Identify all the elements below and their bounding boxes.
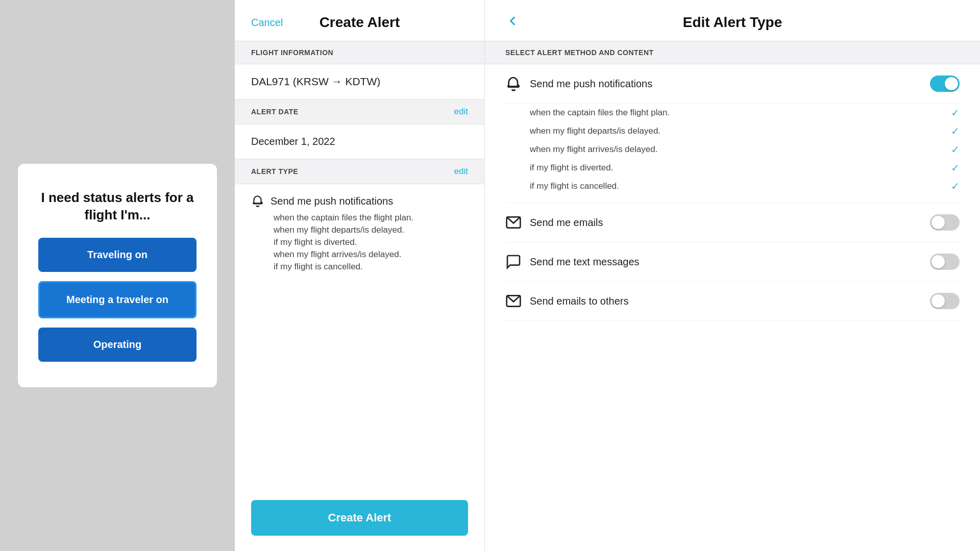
- email-toggle[interactable]: [930, 214, 960, 231]
- text-method-row: Send me text messages: [505, 242, 960, 282]
- right-panel: Edit Alert Type SELECT ALERT METHOD AND …: [485, 0, 980, 551]
- push-sub-list: when the captain files the flight plan. …: [505, 104, 960, 203]
- alert-date-text: December 1, 2022: [251, 136, 335, 147]
- push-notification-row: Send me push notifications: [251, 194, 468, 208]
- cancel-button[interactable]: Cancel: [251, 17, 283, 29]
- alert-type-edit-button[interactable]: edit: [454, 166, 468, 177]
- push-sub-text-0: when the captain files the flight plan.: [530, 108, 670, 118]
- modal-title: I need status alerts for a flight I'm...: [38, 189, 197, 224]
- meeting-traveler-button[interactable]: Meeting a traveler on: [38, 281, 197, 318]
- select-alert-method-header: SELECT ALERT METHOD AND CONTENT: [485, 41, 980, 64]
- email-others-toggle-knob: [932, 294, 945, 308]
- email-method-row: Send me emails: [505, 203, 960, 242]
- push-sub-row-1: when my flight departs/is delayed. ✓: [530, 122, 960, 140]
- alert-date-edit-button[interactable]: edit: [454, 107, 468, 117]
- right-header: Edit Alert Type: [485, 0, 980, 41]
- text-toggle-knob: [932, 255, 945, 268]
- alert-date-body: December 1, 2022: [251, 124, 468, 159]
- alert-type-header: ALERT TYPE edit: [235, 159, 484, 184]
- email-others-method-row: Send emails to others: [505, 282, 960, 321]
- email-others-icon: [505, 293, 522, 309]
- create-alert-button[interactable]: Create Alert: [251, 500, 468, 536]
- sub-item-3: when my flight arrives/is delayed.: [274, 249, 468, 260]
- right-panel-title: Edit Alert Type: [683, 14, 782, 31]
- sub-item-0: when the captain files the flight plan.: [274, 213, 468, 223]
- message-icon: [505, 254, 522, 270]
- middle-panel-title: Create Alert: [320, 14, 400, 31]
- push-sub-row-0: when the captain files the flight plan. …: [530, 104, 960, 122]
- push-sub-text-4: if my flight is cancelled.: [530, 181, 619, 191]
- email-toggle-knob: [932, 216, 945, 229]
- flight-info-body: DAL971 (KRSW → KDTW): [251, 64, 468, 99]
- alert-date-label: ALERT DATE: [251, 108, 299, 116]
- alert-date-header: ALERT DATE edit: [235, 99, 484, 124]
- operating-button[interactable]: Operating: [38, 328, 197, 362]
- back-arrow-icon: [505, 14, 520, 28]
- check-icon-4: ✓: [951, 180, 960, 192]
- bell-icon: [505, 76, 522, 92]
- email-method-label: Send me emails: [530, 217, 930, 229]
- text-method-label: Send me text messages: [530, 256, 930, 268]
- email-others-toggle[interactable]: [930, 293, 960, 309]
- text-toggle[interactable]: [930, 254, 960, 270]
- sub-item-4: if my flight is cancelled.: [274, 262, 468, 272]
- right-content: SELECT ALERT METHOD AND CONTENT Send me …: [485, 41, 980, 551]
- flight-info-header: FLIGHT INFORMATION: [235, 41, 484, 64]
- sub-item-2: if my flight is diverted.: [274, 237, 468, 247]
- flight-info-text: DAL971 (KRSW → KDTW): [251, 76, 380, 87]
- push-sub-text-2: when my flight arrives/is delayed.: [530, 144, 657, 155]
- push-sub-text-3: if my flight is diverted.: [530, 163, 613, 173]
- check-icon-2: ✓: [951, 143, 960, 156]
- middle-panel: Cancel Create Alert FLIGHT INFORMATION D…: [235, 0, 485, 551]
- email-others-method-label: Send emails to others: [530, 295, 930, 307]
- sub-item-1: when my flight departs/is delayed.: [274, 225, 468, 235]
- push-toggle-knob: [945, 77, 958, 90]
- alert-type-body: Send me push notifications when the capt…: [251, 184, 468, 277]
- left-panel: I need status alerts for a flight I'm...…: [0, 0, 235, 551]
- check-icon-0: ✓: [951, 107, 960, 119]
- modal-card: I need status alerts for a flight I'm...…: [18, 164, 217, 388]
- push-sub-row-2: when my flight arrives/is delayed. ✓: [530, 140, 960, 159]
- create-alert-btn-wrap: Create Alert: [235, 490, 484, 551]
- bell-icon: [251, 194, 264, 208]
- alert-type-label: ALERT TYPE: [251, 167, 298, 176]
- push-sub-items: when the captain files the flight plan. …: [251, 213, 468, 272]
- check-icon-3: ✓: [951, 162, 960, 174]
- middle-header: Cancel Create Alert: [235, 0, 484, 41]
- push-sub-text-1: when my flight departs/is delayed.: [530, 126, 660, 136]
- flight-info-label: FLIGHT INFORMATION: [251, 48, 333, 57]
- traveling-on-button[interactable]: Traveling on: [38, 238, 197, 272]
- push-toggle[interactable]: [930, 76, 960, 92]
- check-icon-1: ✓: [951, 125, 960, 137]
- push-method-row: Send me push notifications: [505, 64, 960, 104]
- push-method-label: Send me push notifications: [530, 78, 930, 90]
- back-button[interactable]: [505, 14, 520, 32]
- email-icon: [505, 214, 522, 231]
- push-notification-label: Send me push notifications: [271, 195, 393, 207]
- push-sub-row-3: if my flight is diverted. ✓: [530, 159, 960, 177]
- push-sub-row-4: if my flight is cancelled. ✓: [530, 177, 960, 195]
- middle-content: FLIGHT INFORMATION DAL971 (KRSW → KDTW) …: [235, 41, 484, 490]
